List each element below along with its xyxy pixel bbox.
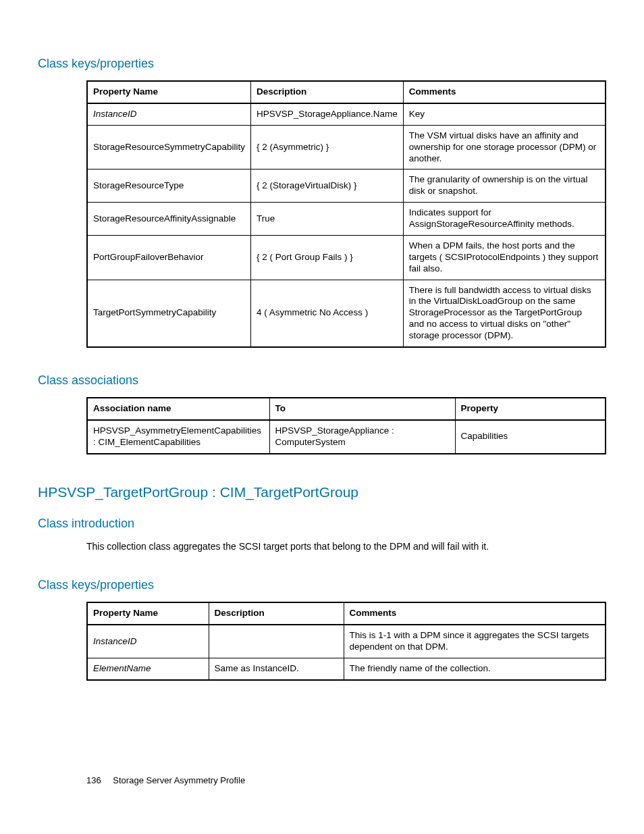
cell-prop: Capabilities [455, 420, 606, 454]
col-header: Description [209, 602, 344, 625]
cell-name: HPSVSP_AsymmetryElementCapabilities : CI… [87, 420, 269, 454]
cell-desc [209, 625, 344, 658]
intro-text: This collection class aggregates the SCS… [86, 540, 606, 553]
table-header-row: Property Name Description Comments [87, 81, 606, 103]
cell-comment: The granularity of ownership is on the v… [403, 170, 606, 203]
table-props-2: Property Name Description Comments Insta… [86, 602, 606, 681]
table-row: TargetPortSymmetryCapability 4 ( Asymmet… [87, 280, 606, 347]
footer-title: Storage Server Asymmetry Profile [113, 775, 245, 785]
table-row: InstanceID This is 1-1 with a DPM since … [87, 625, 606, 658]
heading-props-2: Class keys/properties [38, 578, 606, 592]
cell-comment: When a DPM fails, the host ports and the… [403, 235, 606, 280]
col-header: Association name [87, 398, 269, 420]
cell-comment: The VSM virtual disks have an affinity a… [403, 125, 606, 170]
cell-name: InstanceID [87, 103, 251, 125]
cell-name: InstanceID [87, 625, 209, 658]
cell-name: ElementName [87, 658, 209, 680]
heading-intro: Class introduction [38, 517, 606, 531]
col-header: Comments [344, 602, 606, 625]
col-header: To [269, 398, 455, 420]
cell-desc: { 2 (StorageVirtualDisk) } [251, 170, 404, 203]
table-row: StorageResourceSymmetryCapability { 2 (A… [87, 125, 606, 170]
cell-comment: There is full bandwidth access to virtua… [403, 280, 606, 347]
cell-desc: Same as InstanceID. [209, 658, 344, 680]
heading-class-targetportgroup: HPSVSP_TargetPortGroup : CIM_TargetPortG… [38, 484, 606, 500]
page-number: 136 [86, 775, 101, 785]
table-header-row: Association name To Property [87, 398, 606, 420]
section-class-introduction: Class introduction This collection class… [38, 517, 606, 553]
table-row: ElementName Same as InstanceID. The frie… [87, 658, 606, 680]
cell-name: StorageResourceAffinityAssignable [87, 203, 251, 236]
cell-desc: 4 ( Asymmetric No Access ) [251, 280, 404, 347]
cell-comment: The friendly name of the collection. [344, 658, 606, 680]
cell-to: HPSVSP_StorageAppliance : ComputerSystem [269, 420, 455, 454]
cell-desc: HPSVSP_StorageAppliance.Name [251, 103, 404, 125]
cell-desc: { 2 ( Port Group Fails ) } [251, 235, 404, 280]
section-class-associations: Class associations Association name To P… [38, 373, 606, 454]
table-row: PortGroupFailoverBehavior { 2 ( Port Gro… [87, 235, 606, 280]
cell-name: StorageResourceSymmetryCapability [87, 125, 251, 170]
table-assoc: Association name To Property HPSVSP_Asym… [86, 397, 606, 454]
heading-assoc: Class associations [38, 373, 606, 388]
table-props-1: Property Name Description Comments Insta… [86, 80, 606, 348]
col-header: Property Name [87, 81, 251, 103]
col-header: Property Name [87, 602, 209, 625]
col-header: Description [251, 81, 404, 103]
col-header: Property [455, 398, 606, 420]
table-row: InstanceID HPSVSP_StorageAppliance.Name … [87, 103, 606, 125]
table-row: StorageResourceType { 2 (StorageVirtualD… [87, 170, 606, 203]
table-row: HPSVSP_AsymmetryElementCapabilities : CI… [87, 420, 606, 454]
page-footer: 136 Storage Server Asymmetry Profile [86, 775, 245, 785]
cell-comment: Key [403, 103, 606, 125]
cell-desc: { 2 (Asymmetric) } [251, 125, 404, 170]
cell-comment: Indicates support for AssignStorageResou… [403, 203, 606, 236]
section-class-props-2: Class keys/properties Property Name Desc… [38, 578, 606, 681]
table-row: StorageResourceAffinityAssignable True I… [87, 203, 606, 236]
cell-name: TargetPortSymmetryCapability [87, 280, 251, 347]
section-class-props-1: Class keys/properties Property Name Desc… [38, 57, 606, 348]
cell-comment: This is 1-1 with a DPM since it aggregat… [344, 625, 606, 658]
col-header: Comments [403, 81, 606, 103]
cell-name: PortGroupFailoverBehavior [87, 235, 251, 280]
cell-desc: True [251, 203, 404, 236]
cell-name: StorageResourceType [87, 170, 251, 203]
heading-props-1: Class keys/properties [38, 57, 606, 71]
table-header-row: Property Name Description Comments [87, 602, 606, 625]
